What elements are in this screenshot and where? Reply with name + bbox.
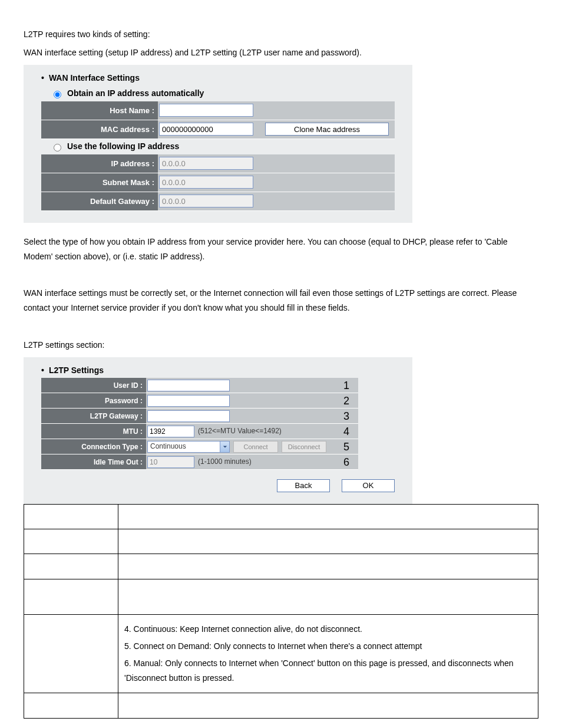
mtu-label: MTU : [41, 424, 146, 439]
host-input[interactable] [159, 104, 253, 117]
ip-input [159, 157, 253, 170]
num-1: 1 [335, 378, 358, 393]
back-button[interactable]: Back [277, 479, 330, 492]
opt-auto-row[interactable]: Obtain an IP address automatically [41, 86, 395, 101]
l2tp-panel: L2TP Settings User ID : 1 Password : 2 L… [24, 357, 412, 504]
mask-input [159, 176, 253, 189]
l2tp-gw-label: L2TP Gateway : [41, 409, 146, 424]
mask-label: Subnet Mask : [41, 173, 158, 192]
wan-panel: WAN Interface Settings Obtain an IP addr… [24, 65, 412, 222]
pass-label: Password : [41, 393, 146, 409]
num-6: 6 [335, 454, 358, 470]
mid-p1: Select the type of how you obtain IP add… [24, 235, 538, 264]
gw-input [159, 195, 253, 207]
mac-label: MAC address : [41, 120, 158, 139]
num-3: 3 [335, 409, 358, 424]
idle-label: Idle Time Out : [41, 454, 146, 470]
mac-input[interactable] [159, 123, 253, 136]
ct-select[interactable]: Continuous [147, 441, 230, 453]
idle-input [147, 456, 194, 468]
ref-5-6: 6. Manual: Only connects to Internet whe… [124, 656, 532, 686]
num-2: 2 [335, 393, 358, 409]
wan-heading: WAN Interface Settings [41, 71, 395, 85]
ref-5-5: 5. Connect on Demand: Only connects to I… [124, 639, 532, 654]
mid-p3: L2TP settings section: [24, 338, 538, 353]
radio-auto[interactable] [54, 91, 61, 98]
idle-hint: (1-1000 minutes) [198, 456, 252, 469]
num-4: 4 [335, 424, 358, 439]
ref-5-4: 4. Continuous: Keep Internet connection … [124, 622, 532, 637]
intro-line2: WAN interface setting (setup IP address)… [24, 45, 538, 60]
gw-label: Default Gateway : [41, 192, 158, 211]
ct-label: Connection Type : [41, 439, 146, 454]
disconnect-button[interactable]: Disconnect [282, 441, 326, 453]
num-5: 5 [335, 439, 358, 454]
mid-p2: WAN interface settings must be correctly… [24, 286, 538, 315]
user-label: User ID : [41, 378, 146, 393]
host-label: Host Name : [41, 101, 158, 120]
l2tp-heading: L2TP Settings [41, 363, 401, 378]
mtu-input[interactable] [147, 426, 194, 437]
opt-auto-label: Obtain an IP address automatically [67, 86, 204, 101]
reference-table: 4. Continuous: Keep Internet connection … [24, 504, 538, 719]
connect-button[interactable]: Connect [233, 441, 278, 453]
opt-static-label: Use the following IP address [67, 139, 179, 154]
intro-line1: L2TP requires two kinds of setting: [24, 27, 538, 42]
ok-button[interactable]: OK [342, 479, 395, 492]
clone-mac-button[interactable]: Clone Mac address [265, 123, 389, 136]
ip-label: IP address : [41, 154, 158, 173]
opt-static-row[interactable]: Use the following IP address [41, 139, 395, 154]
user-input[interactable] [147, 380, 230, 391]
mtu-hint: (512<=MTU Value<=1492) [198, 425, 282, 438]
chevron-down-icon [220, 442, 229, 452]
l2tp-gw-input[interactable] [147, 410, 230, 422]
pass-input[interactable] [147, 395, 230, 407]
radio-static[interactable] [54, 144, 61, 151]
